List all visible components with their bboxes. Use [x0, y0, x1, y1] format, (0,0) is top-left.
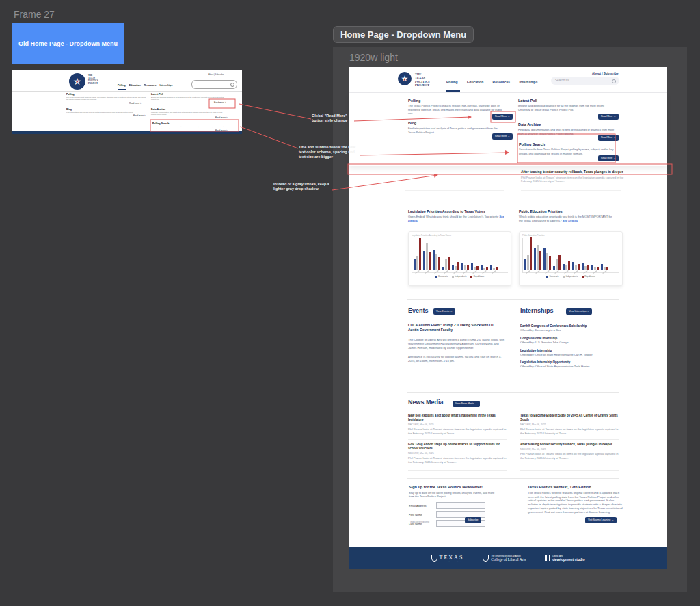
bar-democrats — [471, 263, 473, 270]
old-read-more-link[interactable]: Read more > — [215, 116, 227, 119]
bar-democrats — [433, 250, 435, 270]
dropdown-polling-title[interactable]: Polling — [408, 98, 420, 103]
old-menu-latest-poll-title[interactable]: Latest Poll — [151, 93, 163, 96]
dropdown-latest-poll-title[interactable]: Latest Poll — [518, 98, 537, 103]
home-page-frame-badge[interactable]: Home Page - Dropdown Menu — [333, 26, 474, 43]
old-home-page-frame-button[interactable]: Old Home Page - Dropdown Menu — [12, 23, 124, 64]
newsletter-form: Email Address* First Name Last Name — [409, 502, 485, 529]
old-nav-item[interactable]: Resources — [144, 84, 157, 87]
old-home-page-screenshot: ★ ★ The Texas Politics Project PollingEd… — [12, 70, 242, 134]
bar-group — [461, 263, 469, 270]
old-read-more-link[interactable]: Read more > — [133, 114, 145, 117]
read-more-button[interactable]: Read More → — [598, 135, 619, 141]
shield-icon — [431, 555, 438, 562]
bar-democrats — [553, 266, 555, 270]
bar-group — [433, 250, 440, 270]
old-read-more-link[interactable]: Read more > — [129, 102, 141, 105]
old-header-divider — [12, 91, 242, 92]
news-article[interactable]: Gov. Greg Abbott steps up online attacks… — [408, 443, 507, 464]
old-menu-polling-search-title[interactable]: Polling Search — [152, 122, 169, 125]
chart1-title: Legislative Priorities According to Texa… — [408, 209, 485, 213]
view-news-media-button[interactable]: View News Media → — [453, 401, 480, 407]
bar-group — [471, 263, 479, 270]
dropdown-data-archive-title[interactable]: Data Archive — [518, 122, 541, 127]
article-title[interactable]: After teasing border security rollback, … — [520, 443, 619, 447]
nav-item-internships[interactable]: Internships — [520, 80, 541, 84]
dropdown-blog-title[interactable]: Blog — [408, 121, 416, 125]
bar-group — [582, 263, 589, 270]
legend-item: Democrats — [435, 275, 448, 278]
read-more-button[interactable]: Read More → — [598, 114, 619, 120]
bar-group — [414, 238, 421, 270]
news-ticker-body: Phil Prazan looks at Texans' views on it… — [521, 176, 627, 183]
article-title[interactable]: Texas to Become Biggest State by 2045 As… — [520, 414, 619, 422]
bar-republicans — [597, 267, 599, 270]
old-menu-polling-title[interactable]: Polling — [66, 93, 75, 96]
nav-item-resources[interactable]: Resources — [493, 80, 513, 84]
subscribe-button[interactable]: Subscribe — [465, 517, 481, 523]
ut-texas-logo[interactable]: TEXAS The University of Texas at Austin — [431, 555, 464, 562]
old-menu-data-archive-title[interactable]: Data Archive — [151, 108, 165, 111]
news-ticker-title[interactable]: After teasing border security rollback, … — [521, 170, 623, 174]
college-liberal-arts-logo[interactable]: The University of Texas at Austin Colleg… — [483, 555, 526, 562]
x-tick-label — [492, 270, 496, 274]
bar-independents — [455, 266, 457, 270]
text-field[interactable] — [436, 502, 485, 509]
x-tick-label — [425, 270, 429, 274]
internship-item[interactable]: EarthX Congress of Conferences Scholarsh… — [520, 324, 621, 332]
read-more-button[interactable]: Read More → — [492, 114, 513, 120]
view-events-button[interactable]: View Events → — [433, 308, 455, 315]
event-title[interactable]: COLA Alumni Event: Trump 2.0 Taking Stoc… — [408, 323, 505, 332]
event-paragraph: Attendance is exclusively for college al… — [408, 355, 507, 363]
read-more-button[interactable]: Read More → — [598, 155, 619, 161]
news-article[interactable]: New poll explains a lot about what's hap… — [408, 414, 507, 435]
news-article[interactable]: Texas to Become Biggest State by 2045 As… — [520, 414, 619, 435]
bar-group — [601, 264, 608, 270]
nav-item-education[interactable]: Education — [467, 80, 487, 84]
old-read-more-link[interactable]: Read more > — [214, 101, 226, 104]
chart2-figure[interactable]: Public Education Priorities DemocratsInd… — [519, 231, 623, 286]
internship-offered-by: Offered by: Office of State Representati… — [520, 353, 621, 357]
logo-wordmark[interactable]: The Texas Politics Project — [415, 73, 430, 88]
page-footer: TEXAS The University of Texas at Austin … — [349, 547, 667, 569]
old-nav-item[interactable]: Education — [129, 84, 141, 87]
x-tick-label — [472, 270, 476, 274]
bar-independents — [556, 259, 558, 271]
bar-democrats — [543, 248, 546, 271]
about-subscribe-link[interactable]: About | Subscribe — [592, 72, 619, 75]
internship-item[interactable]: Legislative Internship Opportunity Offer… — [520, 360, 621, 369]
old-menu-blog-title[interactable]: Blog — [66, 108, 72, 111]
legend-item: Republicans — [470, 275, 484, 278]
x-tick-label — [535, 270, 539, 274]
chart1-figure[interactable]: Legislative Priorities According to Texa… — [408, 231, 511, 286]
see-details-link[interactable]: See Details — [563, 219, 578, 222]
internship-item[interactable]: Congressional Internship Offered by: U.S… — [520, 337, 621, 345]
annotation-title-subtitle: Title and subtitle follow the new text c… — [299, 145, 359, 159]
view-internships-button[interactable]: View Internships → — [566, 308, 592, 315]
search-input[interactable]: Search for... — [551, 77, 619, 85]
dropdown-polling-search-title[interactable]: Polling Search — [519, 142, 545, 146]
article-title[interactable]: Gov. Greg Abbott steps up online attacks… — [408, 443, 507, 451]
bar-independents — [594, 267, 596, 270]
nav-item-polling[interactable]: Polling — [446, 80, 461, 84]
dropdown-latest-poll-body: Browse and download graphics for all the… — [518, 104, 616, 111]
x-tick-label — [545, 270, 549, 274]
read-more-button[interactable]: Read More → — [492, 133, 513, 140]
tpp-logo-icon[interactable]: ★ ★ — [398, 72, 412, 85]
faint-divider — [405, 190, 504, 191]
annotation-line — [240, 127, 298, 148]
tpp-logo-icon: ★ ★ — [69, 73, 85, 90]
x-tick-label — [564, 270, 568, 274]
news-article[interactable]: After teasing border security rollback, … — [520, 443, 619, 460]
visit-soomo-button[interactable]: Visit Soomo Learning → — [585, 517, 617, 523]
dev-studio-logo[interactable]: Liberal Arts development studio — [545, 555, 584, 562]
webtext-heading: Texas Politics webtext, 12th Edition — [528, 485, 591, 489]
old-about-subscribe-link[interactable]: About | Subscribe — [208, 73, 224, 76]
old-nav-item[interactable]: Polling — [118, 84, 126, 87]
old-search-input[interactable] — [191, 80, 237, 89]
internship-item[interactable]: Legislative Internship Offered by: Offic… — [520, 349, 621, 357]
bar-independents — [445, 259, 447, 270]
field-label: Email Address* — [409, 504, 436, 508]
article-title[interactable]: New poll explains a lot about what's hap… — [408, 414, 507, 422]
old-nav-item[interactable]: Internships — [160, 84, 173, 87]
